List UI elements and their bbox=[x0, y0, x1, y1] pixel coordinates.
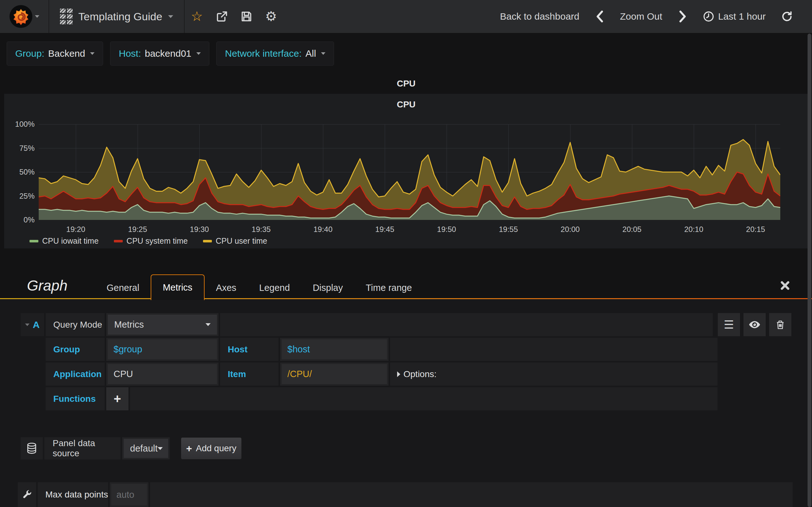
settings-icon-cell bbox=[18, 482, 36, 507]
legend-item-cpu-user[interactable]: CPU user time bbox=[203, 236, 267, 245]
variable-network-interface-dropdown[interactable]: Network interface: All bbox=[216, 42, 334, 66]
host-field[interactable]: $host bbox=[280, 338, 389, 361]
item-field[interactable]: /CPU/ bbox=[280, 362, 389, 386]
max-data-points-label: Max data points bbox=[38, 482, 108, 507]
chart-title: CPU bbox=[4, 100, 808, 110]
query-editor: A Query Mode Metrics ☰ Group $group Host bbox=[0, 313, 792, 412]
options-toggle[interactable]: Options: bbox=[390, 362, 717, 386]
application-field[interactable]: CPU bbox=[106, 362, 218, 386]
add-query-button[interactable]: + Add query bbox=[181, 437, 242, 459]
datasource-select[interactable]: default bbox=[122, 437, 170, 459]
chevron-right-icon bbox=[678, 10, 687, 22]
chevron-left-icon bbox=[596, 10, 604, 22]
x-axis-label: 20:05 bbox=[616, 225, 648, 234]
query-mode-label: Query Mode bbox=[46, 313, 105, 336]
save-dashboard-button[interactable] bbox=[234, 0, 259, 33]
x-axis-label: 20:10 bbox=[678, 225, 710, 234]
datasource-row: Panel data source default + Add query bbox=[20, 437, 242, 459]
graph-panel: CPU CPU iowait time CPU system time CPU … bbox=[4, 94, 808, 248]
share-icon bbox=[215, 10, 228, 23]
chart-plot-area[interactable] bbox=[39, 124, 780, 220]
add-query-label: Add query bbox=[196, 443, 237, 453]
time-shift-forward-button[interactable] bbox=[676, 0, 689, 33]
panel-title[interactable]: CPU bbox=[4, 78, 808, 89]
refresh-icon bbox=[781, 10, 793, 22]
panel-editor-header: Graph General Metrics Axes Legend Displa… bbox=[0, 274, 812, 299]
application-label: Application bbox=[46, 362, 105, 386]
variable-group-dropdown[interactable]: Group: Backend bbox=[7, 42, 103, 66]
legend-swatch bbox=[203, 240, 212, 242]
functions-label: Functions bbox=[46, 387, 105, 410]
chevron-down-icon bbox=[168, 15, 173, 18]
editor-tabs: General Metrics Axes Legend Display Time… bbox=[95, 274, 423, 300]
variable-value: All bbox=[305, 48, 316, 59]
grafana-screen: Templating Guide ☆ ⚙ Back to dashboard Z bbox=[0, 0, 812, 507]
database-icon bbox=[26, 442, 38, 455]
legend-label: CPU iowait time bbox=[42, 236, 99, 245]
add-function-button[interactable]: + bbox=[106, 387, 129, 410]
tab-display[interactable]: Display bbox=[301, 275, 354, 300]
grafana-menu-button[interactable] bbox=[0, 0, 49, 33]
query-toggle-visibility-button[interactable] bbox=[744, 313, 766, 336]
plus-icon: + bbox=[186, 443, 192, 454]
y-axis-label: 25% bbox=[4, 192, 35, 201]
time-range-picker[interactable]: Last 1 hour bbox=[703, 11, 766, 22]
dashboard-title-dropdown[interactable]: Templating Guide bbox=[49, 0, 185, 33]
y-axis-label: 75% bbox=[4, 144, 35, 153]
tab-metrics[interactable]: Metrics bbox=[151, 274, 204, 300]
triangle-right-icon bbox=[397, 372, 400, 377]
close-icon bbox=[780, 280, 791, 291]
chevron-down-icon bbox=[206, 323, 211, 326]
variable-host-dropdown[interactable]: Host: backend01 bbox=[110, 42, 209, 66]
tab-general[interactable]: General bbox=[95, 275, 151, 300]
chevron-down-icon bbox=[196, 52, 201, 55]
variable-value: Backend bbox=[48, 48, 85, 59]
back-to-dashboard-button[interactable]: Back to dashboard bbox=[500, 11, 579, 22]
variable-value: backend01 bbox=[145, 48, 192, 59]
datasource-value: default bbox=[130, 443, 158, 454]
query-mode-value: Metrics bbox=[114, 320, 144, 330]
share-dashboard-button[interactable] bbox=[209, 0, 234, 33]
x-axis-label: 19:25 bbox=[122, 225, 154, 234]
zoom-out-button[interactable]: Zoom Out bbox=[620, 11, 662, 22]
x-axis-label: 20:00 bbox=[554, 225, 586, 234]
dashboard-title: Templating Guide bbox=[78, 10, 162, 23]
query-ref-toggle[interactable]: A bbox=[20, 313, 44, 336]
group-value: $group bbox=[108, 339, 217, 359]
trash-icon bbox=[774, 319, 786, 331]
tab-axes[interactable]: Axes bbox=[205, 275, 248, 300]
legend-label: CPU system time bbox=[126, 236, 188, 245]
query-delete-button[interactable] bbox=[769, 313, 792, 336]
max-data-points-input[interactable] bbox=[111, 484, 147, 505]
item-value: /CPU/ bbox=[282, 364, 387, 384]
legend-item-cpu-system[interactable]: CPU system time bbox=[114, 236, 188, 245]
time-shift-back-button[interactable] bbox=[594, 0, 606, 33]
query-menu-button[interactable]: ☰ bbox=[718, 313, 740, 336]
tab-time-range[interactable]: Time range bbox=[354, 275, 423, 300]
chevron-down-icon bbox=[35, 15, 39, 18]
close-editor-button[interactable] bbox=[780, 280, 791, 292]
row-filler bbox=[150, 482, 793, 507]
query-mode-select[interactable]: Metrics bbox=[106, 313, 218, 336]
editor-accent-line bbox=[0, 298, 812, 299]
variable-label: Group: bbox=[15, 48, 44, 59]
row-filler bbox=[130, 387, 717, 410]
wrench-icon bbox=[21, 489, 32, 500]
group-label: Group bbox=[46, 338, 105, 361]
x-axis-label: 19:45 bbox=[369, 225, 401, 234]
refresh-button[interactable] bbox=[780, 0, 794, 33]
collapse-caret-icon bbox=[25, 324, 30, 326]
tab-legend[interactable]: Legend bbox=[248, 275, 301, 300]
dashboard-settings-button[interactable]: ⚙ bbox=[259, 0, 284, 33]
scrollbar-thumb[interactable] bbox=[808, 34, 811, 507]
legend-item-cpu-iowait[interactable]: CPU iowait time bbox=[30, 236, 99, 245]
item-label: Item bbox=[220, 362, 278, 386]
navbar-right: Back to dashboard Zoom Out Last 1 hour bbox=[500, 0, 812, 33]
variable-label: Host: bbox=[119, 48, 141, 59]
template-variables: Group: Backend Host: backend01 Network i… bbox=[7, 42, 334, 66]
star-dashboard-button[interactable]: ☆ bbox=[185, 0, 209, 33]
group-field[interactable]: $group bbox=[106, 338, 218, 361]
clock-icon bbox=[703, 11, 714, 22]
max-data-points-field[interactable] bbox=[110, 482, 148, 507]
application-value: CPU bbox=[108, 364, 217, 384]
